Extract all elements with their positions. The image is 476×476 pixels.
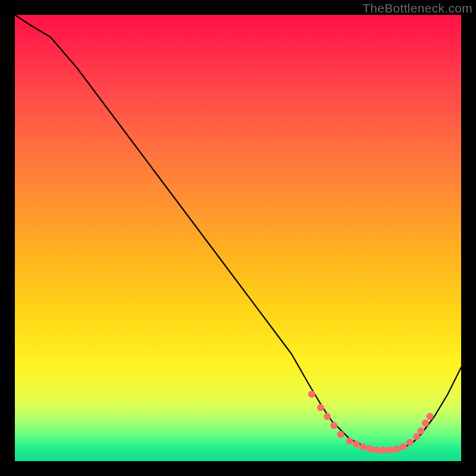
highlight-dot — [418, 427, 425, 434]
curve-svg — [15, 15, 461, 461]
highlight-dot — [373, 446, 380, 453]
highlight-dot — [366, 445, 373, 452]
highlight-dot — [346, 437, 353, 444]
watermark-text: TheBottleneck.com — [362, 1, 472, 15]
highlight-dot — [427, 413, 434, 420]
highlight-dot — [317, 404, 324, 411]
highlight-dot — [353, 441, 360, 448]
highlight-dot — [330, 422, 337, 429]
highlight-dot — [400, 443, 407, 450]
highlight-dot — [422, 419, 429, 427]
plot-area — [15, 15, 461, 461]
highlight-dot — [337, 431, 345, 438]
chart-frame: TheBottleneck.com — [0, 0, 476, 476]
highlight-dot — [324, 413, 331, 420]
highlight-dots-group — [308, 391, 434, 454]
highlight-dot — [413, 433, 420, 440]
highlight-dot — [386, 446, 393, 453]
bottleneck-curve — [15, 15, 461, 450]
highlight-dot — [359, 443, 367, 450]
highlight-dot — [393, 446, 400, 453]
highlight-dot — [380, 446, 387, 453]
highlight-dot — [308, 391, 315, 398]
highlight-dot — [406, 439, 414, 446]
